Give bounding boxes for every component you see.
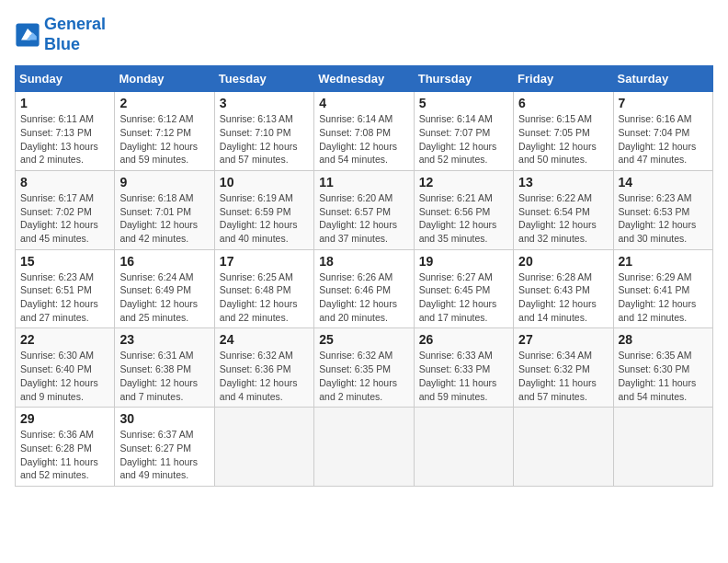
col-monday: Monday: [115, 66, 214, 92]
day-number: 27: [518, 332, 608, 347]
day-detail: Sunrise: 6:12 AMSunset: 7:12 PMDaylight:…: [119, 112, 209, 167]
calendar-week-1: 1 Sunrise: 6:11 AMSunset: 7:13 PMDayligh…: [16, 92, 713, 171]
calendar-cell: 5 Sunrise: 6:14 AMSunset: 7:07 PMDayligh…: [414, 92, 513, 171]
day-detail: Sunrise: 6:17 AMSunset: 7:02 PMDaylight:…: [20, 191, 109, 246]
calendar-cell: 14 Sunrise: 6:23 AMSunset: 6:53 PMDaylig…: [613, 170, 712, 249]
day-number: 30: [119, 411, 209, 426]
day-detail: Sunrise: 6:27 AMSunset: 6:45 PMDaylight:…: [419, 270, 508, 325]
day-number: 29: [20, 411, 109, 426]
calendar-week-3: 15 Sunrise: 6:23 AMSunset: 6:51 PMDaylig…: [16, 249, 713, 328]
calendar-cell: 3 Sunrise: 6:13 AMSunset: 7:10 PMDayligh…: [214, 92, 313, 171]
col-saturday: Saturday: [613, 66, 712, 92]
day-number: 21: [619, 254, 708, 269]
day-number: 25: [319, 332, 408, 347]
day-detail: Sunrise: 6:30 AMSunset: 6:40 PMDaylight:…: [20, 349, 109, 403]
calendar-cell: 30 Sunrise: 6:37 AMSunset: 6:27 PMDaylig…: [115, 408, 214, 487]
day-number: 6: [518, 96, 608, 110]
calendar-cell: 17 Sunrise: 6:25 AMSunset: 6:48 PMDaylig…: [214, 249, 313, 328]
day-detail: Sunrise: 6:16 AMSunset: 7:04 PMDaylight:…: [619, 112, 708, 167]
day-detail: Sunrise: 6:18 AMSunset: 7:01 PMDaylight:…: [119, 191, 209, 246]
calendar-cell: 10 Sunrise: 6:19 AMSunset: 6:59 PMDaylig…: [214, 170, 313, 249]
calendar-cell: 22 Sunrise: 6:30 AMSunset: 6:40 PMDaylig…: [16, 328, 115, 408]
col-tuesday: Tuesday: [214, 66, 313, 92]
day-detail: Sunrise: 6:32 AMSunset: 6:35 PMDaylight:…: [319, 349, 408, 403]
calendar-cell: 23 Sunrise: 6:31 AMSunset: 6:38 PMDaylig…: [115, 328, 214, 408]
calendar-cell: 2 Sunrise: 6:12 AMSunset: 7:12 PMDayligh…: [115, 92, 214, 171]
day-number: 19: [419, 254, 508, 269]
col-wednesday: Wednesday: [314, 66, 414, 92]
calendar-cell: [514, 408, 613, 487]
calendar-cell: 13 Sunrise: 6:22 AMSunset: 6:54 PMDaylig…: [514, 170, 613, 249]
day-detail: Sunrise: 6:36 AMSunset: 6:28 PMDaylight:…: [20, 428, 109, 482]
calendar-cell: 4 Sunrise: 6:14 AMSunset: 7:08 PMDayligh…: [314, 92, 414, 171]
day-number: 14: [619, 175, 708, 190]
day-number: 8: [20, 175, 109, 190]
day-detail: Sunrise: 6:20 AMSunset: 6:57 PMDaylight:…: [319, 191, 408, 246]
calendar-cell: 9 Sunrise: 6:18 AMSunset: 7:01 PMDayligh…: [115, 170, 214, 249]
calendar-table: Sunday Monday Tuesday Wednesday Thursday…: [15, 65, 713, 487]
day-number: 2: [119, 96, 209, 110]
day-number: 3: [220, 96, 309, 110]
day-detail: Sunrise: 6:31 AMSunset: 6:38 PMDaylight:…: [119, 349, 209, 403]
col-sunday: Sunday: [16, 66, 115, 92]
day-detail: Sunrise: 6:25 AMSunset: 6:48 PMDaylight:…: [220, 270, 309, 325]
day-detail: Sunrise: 6:23 AMSunset: 6:51 PMDaylight:…: [20, 270, 109, 325]
day-number: 22: [20, 332, 109, 347]
day-detail: Sunrise: 6:32 AMSunset: 6:36 PMDaylight:…: [220, 349, 309, 403]
day-number: 9: [119, 175, 209, 190]
calendar-cell: 7 Sunrise: 6:16 AMSunset: 7:04 PMDayligh…: [613, 92, 712, 171]
day-detail: Sunrise: 6:24 AMSunset: 6:49 PMDaylight:…: [119, 270, 209, 325]
day-number: 1: [20, 96, 109, 110]
calendar-cell: 15 Sunrise: 6:23 AMSunset: 6:51 PMDaylig…: [16, 249, 115, 328]
day-number: 13: [518, 175, 608, 190]
calendar-week-2: 8 Sunrise: 6:17 AMSunset: 7:02 PMDayligh…: [16, 170, 713, 249]
day-number: 18: [319, 254, 408, 269]
calendar-cell: 24 Sunrise: 6:32 AMSunset: 6:36 PMDaylig…: [214, 328, 313, 408]
day-detail: Sunrise: 6:11 AMSunset: 7:13 PMDaylight:…: [20, 112, 109, 167]
day-detail: Sunrise: 6:21 AMSunset: 6:56 PMDaylight:…: [419, 191, 508, 246]
logo: General Blue: [15, 15, 106, 54]
calendar-cell: 21 Sunrise: 6:29 AMSunset: 6:41 PMDaylig…: [613, 249, 712, 328]
day-number: 26: [419, 332, 508, 347]
day-detail: Sunrise: 6:14 AMSunset: 7:07 PMDaylight:…: [419, 112, 508, 167]
day-detail: Sunrise: 6:29 AMSunset: 6:41 PMDaylight:…: [619, 270, 708, 325]
calendar-cell: 12 Sunrise: 6:21 AMSunset: 6:56 PMDaylig…: [414, 170, 513, 249]
calendar-cell: 29 Sunrise: 6:36 AMSunset: 6:28 PMDaylig…: [16, 408, 115, 487]
day-number: 4: [319, 96, 408, 110]
calendar-cell: 6 Sunrise: 6:15 AMSunset: 7:05 PMDayligh…: [514, 92, 613, 171]
header-row: Sunday Monday Tuesday Wednesday Thursday…: [16, 66, 713, 92]
calendar-cell: 16 Sunrise: 6:24 AMSunset: 6:49 PMDaylig…: [115, 249, 214, 328]
logo-text: General Blue: [44, 15, 106, 54]
day-detail: Sunrise: 6:26 AMSunset: 6:46 PMDaylight:…: [319, 270, 408, 325]
day-detail: Sunrise: 6:15 AMSunset: 7:05 PMDaylight:…: [518, 112, 608, 167]
calendar-cell: 8 Sunrise: 6:17 AMSunset: 7:02 PMDayligh…: [16, 170, 115, 249]
day-number: 10: [220, 175, 309, 190]
calendar-week-5: 29 Sunrise: 6:36 AMSunset: 6:28 PMDaylig…: [16, 408, 713, 487]
logo-icon: [15, 22, 40, 48]
day-number: 5: [419, 96, 508, 110]
day-number: 7: [619, 96, 708, 110]
calendar-cell: 11 Sunrise: 6:20 AMSunset: 6:57 PMDaylig…: [314, 170, 414, 249]
calendar-cell: [613, 408, 712, 487]
calendar-cell: [314, 408, 414, 487]
day-number: 28: [619, 332, 708, 347]
calendar-cell: 25 Sunrise: 6:32 AMSunset: 6:35 PMDaylig…: [314, 328, 414, 408]
day-detail: Sunrise: 6:23 AMSunset: 6:53 PMDaylight:…: [619, 191, 708, 246]
calendar-cell: 28 Sunrise: 6:35 AMSunset: 6:30 PMDaylig…: [613, 328, 712, 408]
day-detail: Sunrise: 6:35 AMSunset: 6:30 PMDaylight:…: [619, 349, 708, 403]
day-detail: Sunrise: 6:37 AMSunset: 6:27 PMDaylight:…: [119, 428, 209, 482]
calendar-cell: [414, 408, 513, 487]
day-detail: Sunrise: 6:14 AMSunset: 7:08 PMDaylight:…: [319, 112, 408, 167]
day-detail: Sunrise: 6:22 AMSunset: 6:54 PMDaylight:…: [518, 191, 608, 246]
day-number: 15: [20, 254, 109, 269]
calendar-cell: 1 Sunrise: 6:11 AMSunset: 7:13 PMDayligh…: [16, 92, 115, 171]
day-number: 17: [220, 254, 309, 269]
calendar-cell: 18 Sunrise: 6:26 AMSunset: 6:46 PMDaylig…: [314, 249, 414, 328]
day-number: 11: [319, 175, 408, 190]
calendar-cell: 27 Sunrise: 6:34 AMSunset: 6:32 PMDaylig…: [514, 328, 613, 408]
calendar-cell: 19 Sunrise: 6:27 AMSunset: 6:45 PMDaylig…: [414, 249, 513, 328]
calendar-week-4: 22 Sunrise: 6:30 AMSunset: 6:40 PMDaylig…: [16, 328, 713, 408]
day-number: 12: [419, 175, 508, 190]
calendar-cell: 20 Sunrise: 6:28 AMSunset: 6:43 PMDaylig…: [514, 249, 613, 328]
calendar-cell: 26 Sunrise: 6:33 AMSunset: 6:33 PMDaylig…: [414, 328, 513, 408]
